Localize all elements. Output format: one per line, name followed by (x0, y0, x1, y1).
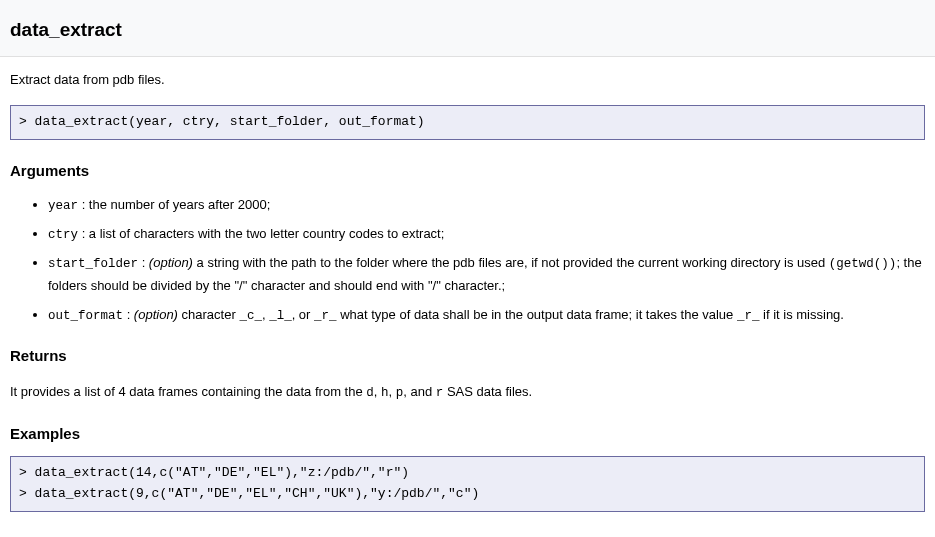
arg-desc: character (182, 307, 240, 322)
arg-desc: a string with the path to the folder whe… (197, 255, 829, 270)
arg-desc: the number of years after 2000; (89, 197, 270, 212)
arg-tail-code: (getwd()) (829, 257, 897, 271)
arg-year: year : the number of years after 2000; (48, 194, 925, 217)
file-d: d (366, 386, 374, 400)
page-title: data_extract (10, 14, 925, 46)
arg-desc2-code: _r_ (737, 309, 760, 323)
val-r: _r_ (314, 309, 337, 323)
arg-desc: a list of characters with the two letter… (89, 226, 445, 241)
arguments-list: year : the number of years after 2000; c… (10, 194, 925, 327)
val-l: _l_ (269, 309, 292, 323)
arguments-heading: Arguments (10, 158, 925, 184)
option-label: (option) (134, 307, 178, 322)
arg-name: ctry (48, 228, 78, 242)
arg-name: out_format (48, 309, 123, 323)
arg-desc2-tail: if it is missing. (759, 307, 844, 322)
description: Extract data from pdb files. (10, 69, 925, 91)
file-h: h (381, 386, 389, 400)
returns-text: It provides a list of 4 data frames cont… (10, 381, 925, 404)
arg-name: start_folder (48, 257, 138, 271)
arg-out-format: out_format : (option) character _c_, _l_… (48, 304, 925, 327)
arg-name: year (48, 199, 78, 213)
arg-start-folder: start_folder : (option) a string with th… (48, 252, 925, 297)
returns-heading: Returns (10, 343, 925, 369)
arg-ctry: ctry : a list of characters with the two… (48, 223, 925, 246)
option-label: (option) (149, 255, 193, 270)
val-c: _c_ (239, 309, 262, 323)
page-header: data_extract (0, 0, 935, 57)
arg-desc2: what type of data shall be in the output… (337, 307, 737, 322)
examples-heading: Examples (10, 421, 925, 447)
signature-block: > data_extract(year, ctry, start_folder,… (10, 105, 925, 140)
examples-block: > data_extract(14,c("AT","DE","EL"),"z:/… (10, 456, 925, 512)
